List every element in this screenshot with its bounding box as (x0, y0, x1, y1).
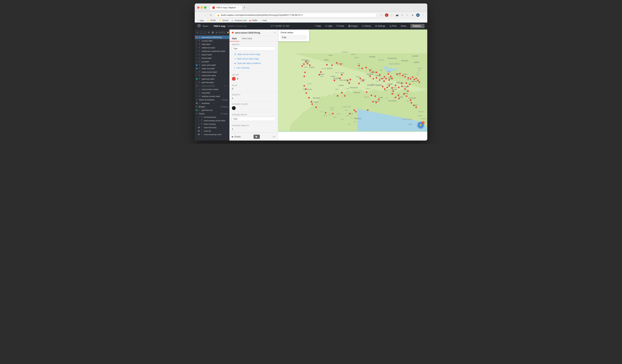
layer-item[interactable]: T turning-feature (195, 115, 229, 119)
help-button[interactable]: ? Help (313, 24, 323, 28)
layer-item[interactable]: T road-label (195, 91, 229, 95)
star-icon[interactable]: ☆ (380, 13, 383, 17)
layer-icon-4[interactable]: ✕ (207, 31, 210, 34)
circle-radius-input[interactable]: 5 px (281, 35, 307, 39)
close-window-button[interactable] (197, 6, 199, 9)
layer-icon-2[interactable]: ⬚ (199, 31, 203, 34)
add-layer-button[interactable]: + (196, 31, 198, 34)
history-label: History (365, 25, 371, 27)
layer-item[interactable]: □ road-exit-shield 👁 ⚙ (195, 84, 229, 88)
layer-item[interactable]: T transit-label (195, 56, 229, 60)
maximize-window-button[interactable] (204, 6, 206, 9)
use-formula-button[interactable]: ∫ Use a formula (232, 66, 275, 70)
minimize-window-button[interactable] (201, 6, 203, 9)
layer-group-admin[interactable]: ▼ Admin boundaries 5 layers (195, 98, 229, 101)
layer-item[interactable]: T level-crossing (195, 122, 229, 126)
toolbar-right: ? Help ☀ Light Tt Fonts 🖼 Images ⟲ Hi (313, 24, 425, 28)
layer-item[interactable]: / golf-hole-line (195, 108, 229, 112)
bookmark-dosa[interactable]: 📁 DOSA (207, 19, 216, 22)
style-panel-close-button[interactable]: × (274, 31, 275, 34)
layer-item[interactable]: T poi-label (195, 60, 229, 63)
light-button[interactable]: ☀ Light (323, 24, 334, 28)
bookmark-school[interactable]: 📁 School (219, 19, 229, 22)
extension-icon-3[interactable]: 📷 (395, 13, 399, 17)
print-button[interactable]: 🖨 Print (388, 24, 398, 28)
apps-icon: ⠿ (197, 19, 198, 22)
extension-icon-4[interactable]: X (401, 13, 404, 17)
stroke-color-swatch[interactable] (232, 106, 236, 110)
color-swatch[interactable] (232, 77, 236, 81)
menu-icon[interactable]: ⋮ (421, 13, 425, 17)
radius-input[interactable]: 5 px (232, 46, 275, 51)
layer-item[interactable]: T airport-label (195, 53, 229, 56)
tab-close-button[interactable]: × (237, 6, 240, 9)
style-data-conditions-button[interactable]: ◈ Style with data conditions (232, 61, 275, 66)
bookmark-netflix[interactable]: ▶ Netflix (250, 19, 257, 22)
layer-item[interactable]: T waterway-label (195, 77, 229, 81)
details-button[interactable]: ▶ Details (232, 135, 241, 138)
window-controls[interactable] (197, 6, 206, 9)
browser-tab[interactable]: YWCA map | Mapbox × (210, 5, 242, 10)
extension-icon-6[interactable]: ▶ (411, 13, 414, 17)
layer-item[interactable]: T water-line-label (195, 67, 229, 70)
settings-button[interactable]: ⚙ Settings (373, 24, 387, 28)
layer-type-icon: T (198, 50, 201, 52)
filter-icon[interactable]: ≡ (215, 31, 218, 34)
layer-item[interactable]: ● ywca-assoc-2018-5vrsjj (195, 36, 229, 39)
layer-item[interactable]: □ road-number-shield (195, 88, 229, 91)
notification-badge-wrapper[interactable]: 🔔 3 (418, 122, 424, 128)
tab-style[interactable]: Style (230, 36, 239, 41)
layer-item[interactable]: T settlement-label (195, 46, 229, 49)
refresh-button[interactable]: ↻ (209, 13, 213, 17)
svg-point-151 (311, 101, 312, 103)
layer-group-bridges[interactable]: ▶ Bridges 24 layers (195, 105, 229, 108)
bookmark-apps-label: Apps (199, 19, 204, 22)
layer-name: ywca-assoc-2018-5vrsjj (202, 36, 228, 38)
layer-item[interactable]: T building-number-label (195, 95, 229, 98)
share-button[interactable]: Share... (399, 24, 410, 28)
layer-icon-3[interactable]: ⬚ (203, 31, 207, 34)
new-tab-button[interactable]: + (244, 6, 245, 9)
layer-item[interactable]: / road-rail-tracks (195, 126, 229, 129)
url-bar[interactable]: 🔒 studio.mapbox.com/styles/nicoledinan/c… (214, 13, 377, 17)
map-area[interactable]: Thunder Bay ONTARIO Québec QUÉBEC Winnip… (278, 30, 427, 132)
extension-icon-2[interactable]: ƒ (390, 13, 394, 17)
images-button[interactable]: 🖼 Images (347, 24, 360, 28)
cursor-button[interactable] (253, 135, 260, 139)
layer-item[interactable]: T natural-line-label (195, 74, 229, 77)
back-button[interactable]: ← (197, 13, 201, 17)
fonts-button[interactable]: Tt Fonts (335, 24, 346, 28)
netflix-icon: ▶ (250, 19, 251, 22)
history-button[interactable]: ⟲ History (360, 24, 373, 28)
extension-icon-5[interactable]: ▷ (406, 13, 409, 17)
profile-icon[interactable]: N (416, 13, 420, 17)
publish-button[interactable]: Publish... (410, 24, 425, 28)
sort-icon[interactable]: ⚡ (226, 31, 230, 34)
layer-item[interactable]: / aerialway (195, 101, 229, 105)
layer-item[interactable]: / road-rail (195, 129, 229, 133)
layer-item[interactable]: T settlement-subdivision-label (195, 49, 229, 53)
svg-point-0 (213, 7, 214, 8)
layer-item[interactable]: T country-label (195, 39, 229, 42)
bookmark-amazon[interactable]: 🛒 Amazon.com (231, 19, 247, 22)
layer-item[interactable]: T natural-point-label (195, 70, 229, 74)
style-across-zoom-button[interactable]: ⊞ Style across zoom range (232, 52, 275, 57)
delete-layer-button[interactable]: 🗑 (211, 31, 214, 34)
bookmark-apps[interactable]: ⠿ Apps (197, 19, 204, 22)
address-bar: ← → ↻ 🔒 studio.mapbox.com/styles/nicoled… (195, 12, 427, 19)
layer-item[interactable]: T road-oneway-arrow-white (195, 119, 229, 122)
stroke-width-input[interactable]: 0 px (232, 117, 275, 121)
svg-point-140 (336, 62, 338, 64)
layer-item[interactable]: / road-motorway-trunk (195, 133, 229, 136)
tab-select-data[interactable]: Select data (239, 36, 254, 41)
layer-item[interactable]: T golf-hole-label (195, 81, 229, 84)
breadcrumb-styles[interactable]: Styles (202, 25, 208, 27)
layer-item[interactable]: T state-label (195, 42, 229, 46)
bookmark-hulu[interactable]: H Hulu (260, 19, 267, 22)
forward-button[interactable]: → (203, 13, 207, 17)
style-across-data-button[interactable]: ≡ Style across data range (232, 57, 275, 61)
layer-item[interactable]: T water-point-label (195, 63, 229, 67)
extension-icon-1[interactable]: ● (385, 13, 389, 17)
layer-group-roads[interactable]: ▼ Roads 31 layers (195, 112, 229, 115)
code-toggle-button[interactable]: <> (273, 135, 275, 138)
